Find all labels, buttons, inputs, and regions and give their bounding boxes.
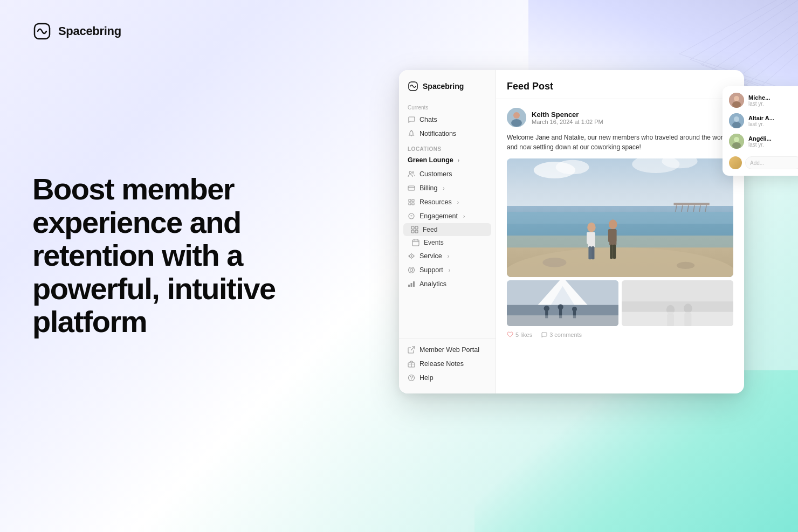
service-chevron-icon: › [448,253,449,259]
author-avatar [507,108,526,127]
sidebar-member-web-portal-label: Member Web Portal [419,346,479,354]
comment-name-0: Miche... [748,94,770,101]
sidebar-item-customers[interactable]: Customers [399,167,496,181]
post-author: Keith Spencer March 16, 2024 at 1:02 PM [507,108,733,127]
sidebar-item-billing[interactable]: Billing › [399,181,496,195]
svg-rect-57 [587,232,590,244]
sidebar-help-label: Help [419,374,434,382]
svg-rect-47 [673,203,709,205]
resources-icon [408,198,415,206]
post-thumb-2 [622,280,733,326]
post-thumb-1 [507,280,618,326]
svg-point-40 [513,112,520,119]
sidebar-item-member-web-portal[interactable]: Member Web Portal [399,343,496,357]
add-comment-placeholder: Add... [750,160,764,166]
svg-line-53 [705,205,706,212]
svg-rect-30 [408,285,410,287]
svg-point-85 [684,303,692,313]
comments-panel: Miche... last yr. Altair A... last yr. [723,86,798,176]
app-window: Spacebring Currents Chats Notifications … [399,70,744,393]
comment-avatar-img-1 [729,113,744,128]
sidebar-brand-name: Spacebring [423,82,464,91]
sidebar-item-release-notes[interactable]: Release Notes [399,357,496,371]
comment-avatar-1 [729,113,744,128]
feed-icon [411,226,418,233]
sidebar-item-support[interactable]: Support › [399,263,496,277]
svg-rect-80 [507,315,618,326]
svg-point-77 [558,304,563,309]
sidebar-currents-label: Currents [399,100,496,113]
sidebar-logo: Spacebring [399,79,496,100]
engagement-chevron-icon: › [463,213,465,219]
sidebar-service-label: Service [419,252,442,260]
sidebar-item-resources[interactable]: Resources › [399,195,496,209]
comment-time-1: last yr. [748,121,774,127]
sidebar-footer: Member Web Portal Release Notes [399,338,496,385]
svg-rect-12 [411,226,414,229]
sidebar-support-label: Support [419,266,443,274]
sidebar-item-notifications[interactable]: Notifications [399,127,496,141]
svg-rect-60 [591,246,595,259]
svg-rect-64 [614,229,617,242]
sidebar-item-analytics[interactable]: Analytics [399,277,496,291]
comment-avatar-2 [729,134,744,149]
support-chevron-icon: › [449,267,450,273]
svg-rect-16 [412,240,419,246]
svg-point-4 [412,172,414,174]
comment-name-2: Angéli... [748,135,772,142]
billing-chevron-icon: › [443,185,444,191]
sidebar-item-engagement[interactable]: Engagement › [399,209,496,223]
location-name-text: Green Lounge [408,156,453,164]
author-info: Keith Spencer March 16, 2024 at 1:02 PM [532,110,603,125]
sidebar-item-feed[interactable]: Feed [403,223,491,236]
author-date: March 16, 2024 at 1:02 PM [532,119,603,125]
sidebar-item-chats[interactable]: Chats [399,113,496,127]
customers-icon [408,170,415,178]
gift-icon [408,360,415,368]
author-avatar-img [507,108,526,127]
sidebar-locations-label: Locations [399,141,496,153]
sidebar-item-help[interactable]: Help [399,371,496,385]
comment-text-2: Angéli... last yr. [748,135,772,148]
svg-point-93 [732,122,741,128]
comment-time-0: last yr. [748,101,770,107]
post-comments[interactable]: 3 comments [541,331,582,338]
misty-scene [622,280,733,326]
comment-item-1: Altair A... last yr. [729,113,798,128]
comment-item-2: Angéli... last yr. [729,134,798,149]
post-likes[interactable]: 5 likes [507,331,532,338]
sidebar-location-name[interactable]: Green Lounge › [399,153,496,167]
svg-rect-59 [588,246,591,259]
svg-point-41 [511,119,522,127]
svg-rect-8 [412,199,414,202]
comment-avatar-img-2 [729,134,744,149]
chat-icon [408,116,415,123]
add-comment-avatar [729,156,742,169]
svg-rect-87 [622,312,733,326]
sidebar-item-events[interactable]: Events [399,236,496,249]
help-icon [408,374,415,382]
add-comment-input[interactable]: Add... [745,156,798,169]
comment-count-icon [541,331,547,338]
svg-line-33 [411,347,415,350]
logo-icon [32,22,52,41]
svg-point-54 [507,247,733,277]
svg-rect-15 [415,230,418,233]
post-footer: 5 likes 3 comments [507,331,733,338]
svg-point-55 [587,223,595,232]
sidebar-item-service[interactable]: Service › [399,249,496,263]
support-icon [408,266,415,274]
svg-rect-7 [409,199,411,202]
svg-point-3 [409,171,411,174]
post-image-main [507,158,733,277]
external-link-icon [408,346,415,354]
svg-line-48 [676,205,677,212]
sidebar-notifications-label: Notifications [419,130,456,137]
author-name: Keith Spencer [532,110,603,119]
sidebar-billing-label: Billing [419,184,437,192]
billing-icon [408,184,415,192]
service-icon [408,252,415,260]
events-icon [412,239,419,246]
sidebar-release-notes-label: Release Notes [419,360,464,368]
comment-item-0: Miche... last yr. [729,93,798,108]
